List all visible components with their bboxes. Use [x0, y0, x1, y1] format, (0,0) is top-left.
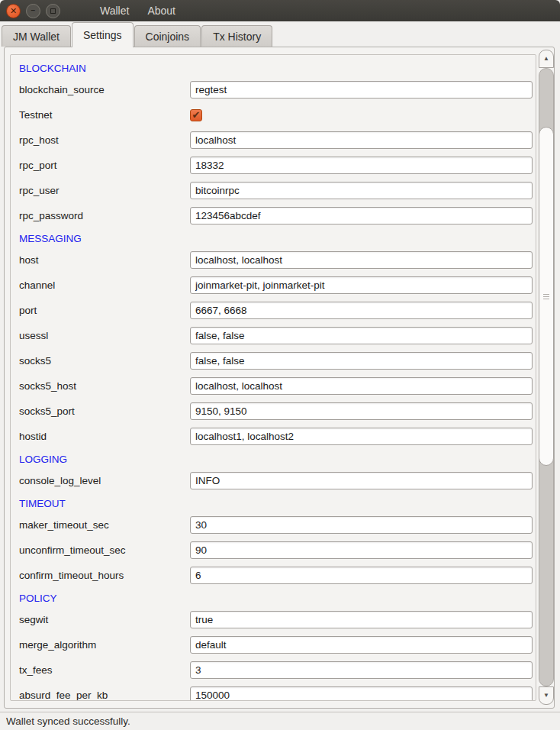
minimize-icon: −: [31, 7, 36, 15]
status-bar: Wallet synced successfully.: [0, 712, 560, 730]
titlebar: ✕ − Wallet About: [0, 0, 560, 21]
usessl-input[interactable]: [190, 327, 533, 344]
field-label: merge_algorithm: [19, 639, 190, 651]
settings-row: absurd_fee_per_kb: [19, 686, 536, 701]
field-label: Testnet: [19, 109, 190, 121]
field-label: tx_fees: [19, 664, 190, 676]
tab-bar: JM WalletSettingsCoinjoinsTx History: [0, 21, 560, 47]
confirm_timeout_hours-input[interactable]: [190, 567, 533, 584]
settings-row: socks5_host: [19, 377, 536, 395]
settings-row: merge_algorithm: [19, 636, 536, 654]
minimize-button[interactable]: −: [26, 4, 40, 18]
settings-row: usessl: [19, 327, 536, 344]
testnet-checkbox[interactable]: ✔: [190, 109, 202, 121]
settings-row: host: [19, 251, 536, 269]
field-label: socks5: [19, 355, 190, 367]
settings-row: Testnet✔: [19, 106, 536, 124]
absurd_fee_per_kb-input[interactable]: [190, 686, 533, 701]
settings-form: BLOCKCHAINblockchain_sourceTestnet✔rpc_h…: [11, 55, 536, 701]
menubar: Wallet About: [92, 2, 183, 20]
field-label: maker_timeout_sec: [19, 519, 190, 531]
section-header-timeout: TIMEOUT: [19, 497, 536, 510]
tab-jm-wallet[interactable]: JM Wallet: [2, 25, 71, 47]
settings-row: maker_timeout_sec: [19, 516, 536, 534]
settings-row: socks5: [19, 352, 536, 370]
field-label: hostid: [19, 431, 190, 442]
console_log_level-input[interactable]: [190, 472, 533, 489]
field-label: rpc_port: [19, 160, 190, 171]
maximize-icon: [50, 8, 56, 14]
settings-row: rpc_user: [19, 182, 536, 199]
host-input[interactable]: [190, 251, 533, 269]
field-label: unconfirm_timeout_sec: [19, 544, 190, 556]
vertical-scrollbar[interactable]: ▲ ▼: [539, 50, 554, 705]
tab-coinjoins[interactable]: Coinjoins: [134, 25, 201, 47]
maximize-button[interactable]: [46, 4, 60, 18]
menu-about[interactable]: About: [140, 2, 183, 20]
field-label: rpc_password: [19, 210, 190, 221]
settings-row: unconfirm_timeout_sec: [19, 541, 536, 559]
maker_timeout_sec-input[interactable]: [190, 516, 533, 534]
field-label: confirm_timeout_hours: [19, 570, 190, 581]
settings-row: channel: [19, 276, 536, 294]
close-button[interactable]: ✕: [6, 4, 21, 18]
section-header-policy: POLICY: [19, 592, 536, 605]
scrollbar-track[interactable]: [539, 68, 554, 686]
field-label: blockchain_source: [19, 84, 190, 95]
scrollbar-thumb[interactable]: [539, 127, 554, 466]
merge_algorithm-input[interactable]: [190, 636, 533, 654]
settings-row: segwit: [19, 611, 536, 628]
grip-icon: [543, 292, 549, 301]
menu-wallet[interactable]: Wallet: [92, 2, 137, 20]
socks5_host-input[interactable]: [190, 377, 533, 395]
field-label: absurd_fee_per_kb: [19, 690, 190, 701]
settings-row: rpc_password: [19, 207, 536, 224]
settings-row: hostid: [19, 428, 536, 445]
field-label: port: [19, 305, 190, 316]
port-input[interactable]: [190, 302, 533, 319]
rpc_password-input[interactable]: [190, 207, 533, 224]
tx_fees-input[interactable]: [190, 661, 533, 679]
settings-row: tx_fees: [19, 661, 536, 679]
settings-row: rpc_host: [19, 131, 536, 149]
settings-row: console_log_level: [19, 472, 536, 489]
settings-pane: BLOCKCHAINblockchain_sourceTestnet✔rpc_h…: [4, 47, 555, 709]
window-controls: ✕ −: [6, 4, 60, 18]
unconfirm_timeout_sec-input[interactable]: [190, 541, 533, 559]
channel-input[interactable]: [190, 276, 533, 294]
field-label: socks5_port: [19, 405, 190, 417]
socks5_port-input[interactable]: [190, 402, 533, 420]
rpc_user-input[interactable]: [190, 182, 533, 199]
settings-row: port: [19, 302, 536, 319]
section-header-messaging: MESSAGING: [19, 232, 536, 245]
settings-row: socks5_port: [19, 402, 536, 420]
close-icon: ✕: [10, 7, 17, 15]
field-label: channel: [19, 279, 190, 291]
settings-form-frame: BLOCKCHAINblockchain_sourceTestnet✔rpc_h…: [10, 54, 536, 701]
rpc_host-input[interactable]: [190, 131, 533, 149]
tab-tx-history[interactable]: Tx History: [201, 25, 272, 47]
field-label: rpc_host: [19, 134, 190, 146]
socks5-input[interactable]: [190, 352, 533, 370]
settings-row: rpc_port: [19, 157, 536, 174]
field-label: console_log_level: [19, 475, 190, 486]
arrow-down-icon: ▼: [543, 693, 549, 699]
rpc_port-input[interactable]: [190, 157, 533, 174]
section-header-logging: LOGGING: [19, 453, 536, 466]
arrow-up-icon: ▲: [543, 56, 549, 62]
field-label: rpc_user: [19, 185, 190, 196]
field-label: segwit: [19, 614, 190, 625]
status-text: Wallet synced successfully.: [6, 715, 130, 727]
field-label: host: [19, 254, 190, 266]
segwit-input[interactable]: [190, 611, 533, 628]
settings-row: blockchain_source: [19, 81, 536, 99]
field-label: usessl: [19, 330, 190, 341]
scrollbar-down-button[interactable]: ▼: [539, 686, 554, 705]
section-header-blockchain: BLOCKCHAIN: [19, 62, 536, 75]
scrollbar-up-button[interactable]: ▲: [539, 50, 554, 68]
tab-settings[interactable]: Settings: [72, 22, 134, 47]
field-label: socks5_host: [19, 380, 190, 392]
hostid-input[interactable]: [190, 428, 533, 445]
blockchain_source-input[interactable]: [190, 81, 533, 99]
settings-row: confirm_timeout_hours: [19, 567, 536, 584]
